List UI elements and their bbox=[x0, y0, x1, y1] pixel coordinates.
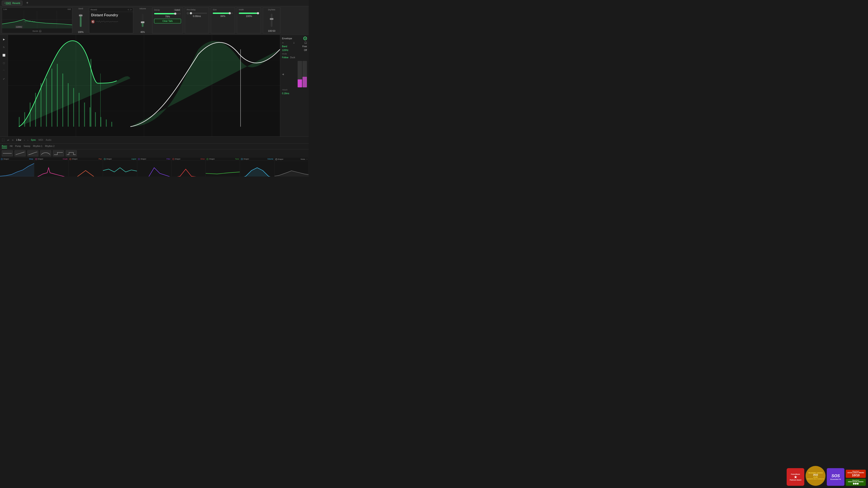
shaper-crush-power[interactable] bbox=[35, 158, 37, 160]
shaper-noise-power[interactable] bbox=[275, 159, 277, 160]
width-label: Width bbox=[239, 9, 244, 11]
pre-delay-slider[interactable] bbox=[190, 12, 207, 14]
svg-rect-23 bbox=[57, 64, 58, 126]
mode-label-row: Mode bbox=[282, 53, 307, 55]
free-value[interactable]: Free bbox=[302, 45, 307, 48]
shaper-noise-label: Shaper bbox=[278, 158, 283, 160]
freq-value: 120Hz bbox=[282, 49, 288, 51]
shaper-pan-power[interactable] bbox=[69, 158, 71, 160]
preset-tab-pump[interactable]: Pump bbox=[15, 144, 21, 148]
in-label: In bbox=[282, 42, 284, 44]
play-back-icon[interactable]: ◀ bbox=[282, 73, 284, 76]
power-dot bbox=[305, 38, 306, 39]
svg-rect-33 bbox=[111, 122, 112, 126]
shaper-warp-label: Shaper bbox=[3, 158, 9, 160]
timeline-next-button[interactable]: › bbox=[28, 139, 28, 141]
send-slider[interactable] bbox=[80, 14, 82, 27]
preset-nav: Reverb < > bbox=[89, 8, 133, 12]
decay-header: Decay Gated bbox=[154, 9, 181, 11]
shaper-crush-header: Shaper Crush bbox=[34, 157, 68, 161]
shape-step-button[interactable] bbox=[53, 150, 64, 156]
follow-mode-button[interactable]: Follow bbox=[282, 56, 288, 59]
preset-tab-rhythm2[interactable]: Rhythm 2 bbox=[45, 144, 55, 148]
shaper-drive-type: Drive bbox=[200, 158, 205, 160]
band-value[interactable]: Band bbox=[282, 45, 287, 48]
shaper-filter-type: Filter bbox=[166, 158, 170, 160]
size-slider[interactable] bbox=[213, 12, 233, 14]
loop-icon[interactable]: ⇌ bbox=[7, 139, 9, 142]
shaper-filter-canvas bbox=[137, 161, 171, 176]
midi-button[interactable]: MIDI bbox=[39, 139, 43, 141]
bezier-tool-button[interactable]: ⌒ bbox=[1, 68, 7, 74]
drywet-value: 100:50 bbox=[268, 30, 275, 32]
sync-button[interactable]: Sync bbox=[31, 139, 36, 141]
envelope-power-button[interactable] bbox=[303, 37, 307, 40]
shaper-pan-label: Shaper bbox=[72, 158, 78, 160]
gated-badge: Gated bbox=[173, 9, 181, 11]
shaper-volume-power[interactable] bbox=[241, 158, 243, 160]
shape-ramp-button[interactable] bbox=[14, 150, 26, 156]
attack-row: Attack bbox=[282, 89, 307, 91]
decay-label: Decay bbox=[154, 9, 160, 11]
svg-rect-24 bbox=[62, 74, 63, 126]
shape-hill-button[interactable] bbox=[40, 150, 51, 156]
shaper-filter-label: Shaper bbox=[141, 158, 146, 160]
shape-square-button[interactable] bbox=[66, 150, 77, 156]
shaper-liquid-power[interactable] bbox=[104, 158, 105, 160]
reverb-tab[interactable]: ~)))((( Reverb bbox=[2, 1, 23, 5]
shaper-filter-power[interactable] bbox=[138, 158, 140, 160]
clear-tails-button[interactable]: Clear Tails bbox=[154, 19, 181, 23]
volume-slider[interactable] bbox=[142, 14, 144, 27]
add-shaper-button[interactable]: + bbox=[306, 158, 308, 161]
fullscreen-icon[interactable]: ⛶ bbox=[2, 139, 4, 142]
headphone-icon-2: 🎧 bbox=[304, 41, 307, 44]
drywet-slider[interactable] bbox=[271, 14, 273, 27]
preset-tab-sweep[interactable]: Sweep bbox=[24, 144, 30, 148]
shaper-pan-canvas bbox=[68, 161, 103, 176]
shaper-crush-canvas bbox=[34, 161, 68, 176]
shaper-warp-type: Warp bbox=[29, 158, 33, 160]
midi-icon: ⤓ bbox=[293, 41, 295, 44]
shaper-drive-canvas bbox=[172, 161, 206, 176]
eq-low-label: Low bbox=[3, 8, 7, 10]
rotate-tool-button[interactable]: ↻ bbox=[1, 45, 7, 50]
headphone-icon: 🎧 bbox=[39, 30, 41, 32]
pen-tool-button[interactable]: ✐ bbox=[1, 76, 7, 82]
volume-control: Volume 46% bbox=[135, 7, 150, 33]
reverb-icon: ~)))((( bbox=[4, 2, 11, 5]
shaper-tone-label: Shaper bbox=[209, 158, 215, 160]
shaper-pan: Shaper Pan bbox=[68, 157, 103, 176]
svg-rect-25 bbox=[68, 83, 68, 126]
duck-mode-button[interactable]: Duck bbox=[290, 56, 295, 59]
decay-slider[interactable] bbox=[154, 13, 181, 15]
node-tool-button[interactable]: ⬡ bbox=[1, 60, 7, 66]
shaper-drive-power[interactable] bbox=[173, 158, 174, 160]
cursor-tool-button[interactable]: ▶ bbox=[1, 37, 7, 42]
shape-flat-button[interactable] bbox=[2, 150, 13, 156]
size-label: Size bbox=[213, 9, 217, 11]
eq-freq-label: 120Hz bbox=[15, 26, 23, 28]
eq-curve bbox=[2, 11, 72, 28]
envelope-canvas[interactable]: 100% 50% 0% 0 1/4 2/4 3/4 4/4 » bbox=[8, 35, 280, 136]
audio-button[interactable]: Audio bbox=[46, 139, 52, 141]
svg-rect-31 bbox=[100, 117, 101, 126]
preset-tab-rhythm1[interactable]: Rhythm 1 bbox=[33, 144, 42, 148]
preset-name: Distant Foundry bbox=[89, 12, 133, 19]
select-tool-button[interactable]: ⬜ bbox=[1, 53, 7, 58]
width-value: 100% bbox=[239, 15, 259, 18]
preset-prev-button[interactable]: < bbox=[128, 8, 129, 11]
preset-tab-hit[interactable]: Hit bbox=[10, 144, 12, 148]
add-tab-button[interactable]: + bbox=[26, 1, 28, 5]
size-header: Size bbox=[213, 9, 233, 11]
shaper-noise-canvas bbox=[275, 161, 309, 176]
shape-curve-button[interactable] bbox=[27, 150, 38, 156]
preset-waveform: 🔇 bbox=[89, 19, 133, 25]
preset-tab-basic[interactable]: Basic bbox=[2, 144, 7, 148]
timeline-prev-button[interactable]: ‹ bbox=[24, 139, 25, 141]
pre-delay-value: 0.00ms bbox=[187, 15, 207, 18]
preset-next-button[interactable]: > bbox=[130, 8, 132, 11]
shaper-warp-power[interactable] bbox=[1, 158, 3, 160]
width-slider[interactable] bbox=[239, 12, 259, 14]
align-icon[interactable]: ≡ bbox=[12, 139, 13, 142]
shaper-tone-power[interactable] bbox=[207, 158, 208, 160]
